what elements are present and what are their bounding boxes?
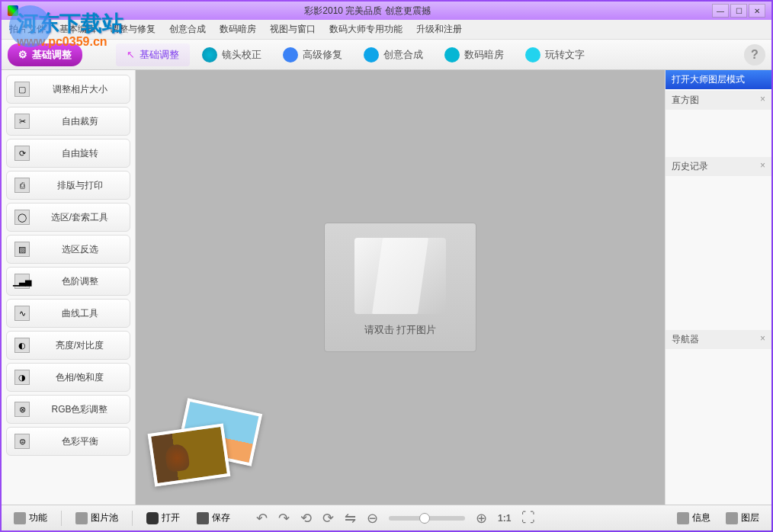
menu-upgrade[interactable]: 升级和注册 xyxy=(416,23,462,36)
resize-icon: ▢ xyxy=(14,82,30,97)
print-icon: ⎙ xyxy=(14,178,30,193)
redo-button[interactable]: ↷ xyxy=(278,510,290,527)
layers-icon xyxy=(726,512,738,524)
zoom-slider[interactable] xyxy=(389,516,465,521)
tool-repair[interactable]: 高级修复 xyxy=(274,43,351,67)
undo-button[interactable]: ↶ xyxy=(256,510,268,527)
arrow-icon: ↖ xyxy=(127,49,135,60)
layers-button[interactable]: 图层 xyxy=(720,508,765,527)
tool-rgb[interactable]: ⊗RGB色彩调整 xyxy=(6,395,130,424)
tool-darkroom[interactable]: 数码暗房 xyxy=(435,43,513,67)
left-toolpanel: ▢调整相片大小 ✂自由裁剪 ⟳自由旋转 ⎙排版与打印 ◯选区/套索工具 ▨选区反… xyxy=(2,70,136,505)
wand-icon xyxy=(283,47,298,62)
levels-icon: ▁▃▅ xyxy=(14,274,30,289)
zoom-handle[interactable] xyxy=(419,513,430,524)
person-icon xyxy=(364,47,379,62)
navigator-section[interactable]: 导航器× xyxy=(666,330,771,349)
menu-view[interactable]: 视图与窗口 xyxy=(270,23,316,36)
mic-icon xyxy=(444,47,460,62)
tool-sub-basic[interactable]: ↖ 基础调整 xyxy=(116,43,190,66)
menu-compose[interactable]: 创意合成 xyxy=(169,23,206,36)
canvas-area[interactable]: 请双击 打开图片 xyxy=(136,70,665,505)
zoom-out-button[interactable]: ⊖ xyxy=(367,510,378,527)
right-panel: 打开大师图层模式 直方图× 历史记录× 导航器× xyxy=(665,70,771,505)
open-image-placeholder[interactable]: 请双击 打开图片 xyxy=(324,223,476,352)
layer-mode-header[interactable]: 打开大师图层模式 xyxy=(666,70,771,89)
tool-compose[interactable]: 创意合成 xyxy=(354,43,432,67)
help-button[interactable]: ? xyxy=(744,44,765,66)
lens-icon xyxy=(202,47,217,62)
tool-curves[interactable]: ∿曲线工具 xyxy=(6,299,130,328)
rotate-left-button[interactable]: ⟲ xyxy=(300,510,312,527)
crop-icon: ✂ xyxy=(14,114,30,129)
gear-icon: ⚙ xyxy=(18,49,27,60)
tab-functions[interactable]: 功能 xyxy=(8,508,53,527)
menu-darkroom[interactable]: 数码暗房 xyxy=(220,23,256,36)
close-icon[interactable]: × xyxy=(760,160,765,173)
hand-icon xyxy=(525,47,540,62)
tool-resize[interactable]: ▢调整相片大小 xyxy=(6,75,130,104)
pause-icon xyxy=(14,512,26,524)
save-icon xyxy=(197,512,209,524)
tool-levels[interactable]: ▁▃▅色阶调整 xyxy=(6,267,130,296)
save-button[interactable]: 保存 xyxy=(191,508,236,527)
tool-lasso[interactable]: ◯选区/套索工具 xyxy=(6,203,130,232)
tool-lens[interactable]: 镜头校正 xyxy=(193,43,271,67)
menu-file[interactable]: 拍片文件 xyxy=(9,23,46,36)
menu-adjust[interactable]: 调整与修复 xyxy=(110,23,156,36)
tool-rotate[interactable]: ⟳自由旋转 xyxy=(6,139,130,168)
brightness-icon: ◐ xyxy=(14,338,30,353)
maximize-button[interactable]: ☐ xyxy=(730,4,747,18)
tool-crop[interactable]: ✂自由裁剪 xyxy=(6,107,130,136)
open-prompt: 请双击 打开图片 xyxy=(364,323,437,337)
zoom-ratio[interactable]: 1:1 xyxy=(498,513,511,524)
fullscreen-button[interactable]: ⛶ xyxy=(521,510,535,526)
open-button[interactable]: 打开 xyxy=(140,508,186,527)
camera-icon xyxy=(146,512,159,524)
window-title: 彩影2010 完美品质 创意更震撼 xyxy=(23,5,712,18)
titlebar: 彩影2010 完美品质 创意更震撼 — ☐ ✕ xyxy=(2,2,771,20)
tool-active-basic[interactable]: ⚙ 基础调整 xyxy=(8,43,82,66)
history-section[interactable]: 历史记录× xyxy=(666,157,771,176)
close-button[interactable]: ✕ xyxy=(749,4,765,18)
invert-icon: ▨ xyxy=(14,242,30,257)
tool-hue[interactable]: ◑色相/饱和度 xyxy=(6,363,130,392)
info-button[interactable]: 信息 xyxy=(671,508,717,527)
hue-icon: ◑ xyxy=(14,370,30,385)
sample-photo-bird xyxy=(148,423,231,486)
rotate-right-button[interactable]: ⟳ xyxy=(322,510,334,527)
sample-photos xyxy=(151,405,273,489)
zoom-in-button[interactable]: ⊕ xyxy=(476,510,487,527)
balance-icon: ⊜ xyxy=(14,434,30,449)
menubar: 拍片文件 基本编辑 调整与修复 创意合成 数码暗房 视图与窗口 数码大师专用功能… xyxy=(2,20,771,40)
minimize-button[interactable]: — xyxy=(712,4,729,18)
main-toolbar: ⚙ 基础调整 ↖ 基础调整 镜头校正 高级修复 创意合成 数码暗房 玩转文字 ? xyxy=(2,40,771,70)
close-icon[interactable]: × xyxy=(760,94,765,107)
rotate-icon: ⟳ xyxy=(14,146,30,161)
tool-print[interactable]: ⎙排版与打印 xyxy=(6,171,130,200)
flip-button[interactable]: ⇋ xyxy=(345,510,356,527)
curves-icon: ∿ xyxy=(14,306,30,321)
tab-imagepool[interactable]: 图片池 xyxy=(69,508,124,527)
info-icon xyxy=(677,512,689,524)
folder-icon xyxy=(354,238,446,314)
rgb-icon: ⊗ xyxy=(14,402,30,417)
menu-basic-edit[interactable]: 基本编辑 xyxy=(59,23,96,36)
bottom-bar: 功能 图片池 打开 保存 ↶ ↷ ⟲ ⟳ ⇋ ⊖ ⊕ 1:1 ⛶ 信息 图层 xyxy=(2,505,771,530)
app-icon xyxy=(8,5,18,16)
histogram-section[interactable]: 直方图× xyxy=(666,91,771,110)
menu-master[interactable]: 数码大师专用功能 xyxy=(329,23,403,36)
tool-invert-select[interactable]: ▨选区反选 xyxy=(6,235,130,264)
lasso-icon: ◯ xyxy=(14,210,30,225)
tool-text[interactable]: 玩转文字 xyxy=(516,43,594,67)
tool-balance[interactable]: ⊜色彩平衡 xyxy=(6,427,130,456)
stack-icon xyxy=(75,512,88,524)
tool-brightness[interactable]: ◐亮度/对比度 xyxy=(6,331,130,360)
close-icon[interactable]: × xyxy=(760,333,765,346)
